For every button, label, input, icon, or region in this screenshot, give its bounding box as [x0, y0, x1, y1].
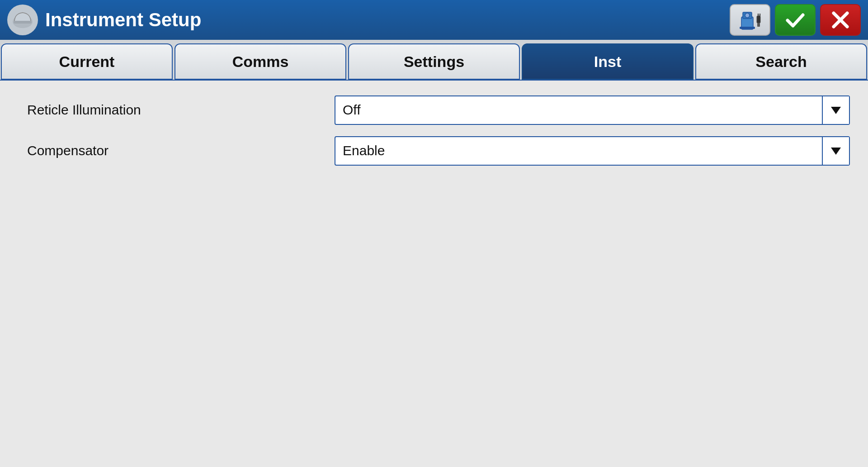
svg-rect-5 [740, 27, 755, 29]
checkmark-icon [784, 9, 807, 31]
field-label-reticle-illumination: Reticle Illumination [18, 102, 335, 118]
app-logo [7, 5, 38, 35]
svg-point-4 [745, 13, 750, 18]
dropdown-arrow-reticle-illumination[interactable] [822, 96, 849, 124]
field-control-compensator[interactable]: Enable [335, 136, 850, 166]
tab-comms[interactable]: Comms [175, 43, 346, 80]
svg-marker-13 [831, 148, 841, 155]
instrument-icon [734, 8, 766, 32]
helmet-icon [11, 8, 34, 32]
instrument-connect-button[interactable] [730, 4, 770, 36]
svg-rect-8 [760, 14, 760, 16]
svg-rect-9 [757, 23, 760, 27]
field-label-compensator: Compensator [18, 143, 335, 158]
close-icon [829, 9, 852, 31]
cancel-button[interactable] [820, 4, 861, 36]
field-value-reticle-illumination: Off [335, 102, 822, 118]
tab-settings[interactable]: Settings [348, 43, 520, 80]
svg-marker-12 [831, 107, 841, 114]
dropdown-arrow-compensator[interactable] [822, 137, 849, 165]
confirm-button[interactable] [775, 4, 816, 36]
field-value-compensator: Enable [335, 143, 822, 158]
field-row-reticle-illumination: Reticle IlluminationOff [18, 94, 850, 126]
tab-current[interactable]: Current [1, 43, 173, 80]
header: Instrument Setup [0, 0, 868, 40]
header-actions [730, 4, 861, 36]
field-row-compensator: CompensatorEnable [18, 135, 850, 167]
tab-bar: CurrentCommsSettingsInstSearch [0, 40, 868, 81]
page-title: Instrument Setup [45, 9, 722, 31]
svg-rect-1 [14, 21, 32, 24]
field-control-reticle-illumination[interactable]: Off [335, 95, 850, 125]
tab-search[interactable]: Search [695, 43, 867, 80]
svg-rect-6 [757, 16, 760, 23]
svg-rect-7 [758, 14, 759, 16]
tab-inst[interactable]: Inst [522, 43, 693, 80]
content-area: Reticle IlluminationOffCompensatorEnable [0, 81, 868, 189]
